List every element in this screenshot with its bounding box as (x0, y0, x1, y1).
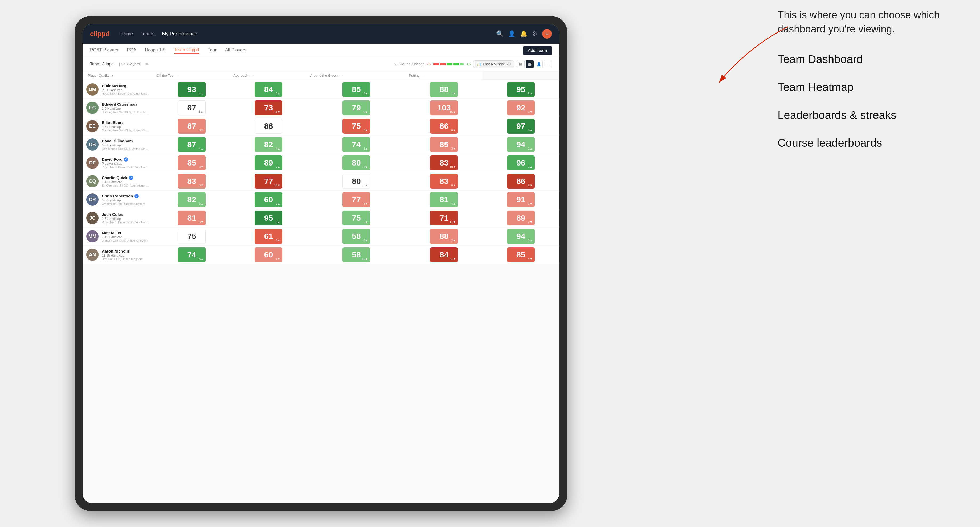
view-icons: ⊞ ▦ 👤 ↓ (517, 60, 552, 68)
player-cell-4[interactable]: DFDavid Ford✓Plus HandicapRoyal North De… (83, 154, 153, 172)
player-avatar: JC (86, 212, 99, 224)
score-change: 3▲ (363, 165, 368, 168)
table-row: MMMatt Miller6-10 HandicapWoburn Golf Cl… (83, 227, 559, 246)
card-view-button[interactable]: 👤 (535, 60, 543, 68)
score-off-tee: 846▲ (230, 80, 307, 99)
table-row: ECEdward Crossman1-5 HandicapSunningdale… (83, 99, 559, 117)
table-view-button[interactable]: ▦ (526, 60, 534, 68)
score-change: 3▲ (199, 202, 204, 205)
subnav-all-players[interactable]: All Players (225, 48, 247, 54)
subnav-tour[interactable]: Tour (208, 48, 216, 54)
score-change: 8▲ (363, 92, 368, 95)
score-off-tee: 613▼ (230, 227, 307, 246)
score-player-quality: 748▲ (153, 246, 230, 264)
score-change: 1▲ (363, 183, 368, 187)
score-value: 74 (352, 141, 361, 149)
score-change: 11▼ (274, 110, 280, 113)
score-value: 58 (352, 251, 361, 259)
score-change: 15▲ (450, 110, 456, 113)
subnav-pga[interactable]: PGA (127, 48, 136, 54)
score-change: 3▲ (528, 165, 533, 168)
score-value: 85 (440, 141, 449, 149)
score-value: 60 (264, 195, 273, 204)
table-row: JCJosh Coles1-5 HandicapRoyal North Devo… (83, 209, 559, 227)
table-row: CRChris Robertson✓1-5 HandicapCraigmilla… (83, 190, 559, 209)
score-value: 92 (516, 104, 525, 112)
score-around-green: 866▼ (406, 117, 482, 135)
score-value: 80 (352, 177, 361, 185)
player-cell-7[interactable]: JCJosh Coles1-5 HandicapRoyal North Devo… (83, 209, 153, 227)
score-change: 1▲ (199, 110, 203, 113)
player-avatar: EE (86, 120, 99, 132)
score-off-tee: 602▲ (230, 190, 307, 209)
verified-badge: ✓ (135, 194, 139, 198)
score-value: 87 (187, 104, 196, 112)
bar-light-green (460, 63, 464, 65)
bar-red2 (440, 63, 446, 65)
score-change: 8▼ (528, 184, 533, 187)
player-handicap: Plus Handicap (102, 162, 150, 165)
team-bar: Team Clippd | 14 Players ✏ 20 Round Chan… (83, 57, 559, 71)
last-rounds-button[interactable]: 📊 Last Rounds: 20 (473, 60, 514, 68)
score-change: 2▼ (451, 239, 456, 242)
score-change: 3▼ (528, 202, 533, 205)
nav-teams[interactable]: Teams (141, 30, 155, 38)
score-off-tee: 824▲ (230, 135, 307, 154)
player-cell-9[interactable]: ANAaron Nicholls11-15 HandicapDrift Golf… (83, 246, 153, 264)
player-handicap: 11-15 Handicap (102, 254, 150, 257)
player-cell-0[interactable]: BMBlair McHargPlus HandicapRoyal North D… (83, 80, 153, 99)
score-value: 96 (516, 159, 525, 167)
player-cell-8[interactable]: MMMatt Miller6-10 HandicapWoburn Golf Cl… (83, 227, 153, 246)
edit-icon[interactable]: ✏ (145, 62, 149, 67)
annotation-intro: This is where you can choose which dashb… (778, 8, 964, 36)
player-club: Craigmillar Park, United Kingdom (102, 202, 150, 205)
player-cell-1[interactable]: ECEdward Crossman1-5 HandicapSunningdale… (83, 99, 153, 117)
score-player-quality: 75 (153, 227, 230, 246)
player-handicap: 1-5 Handicap (102, 125, 150, 129)
score-value: 84 (264, 86, 273, 94)
player-club: Royal North Devon Golf Club, United King… (102, 92, 150, 95)
nav-right: 🔍 👤 🔔 ⚙ U (496, 29, 552, 39)
table-row: BMBlair McHargPlus HandicapRoyal North D… (83, 80, 559, 99)
nav-my-performance[interactable]: My Performance (162, 30, 197, 38)
score-value: 61 (264, 232, 273, 240)
score-around-green: 7111▼ (406, 209, 482, 227)
annotation-item-2: Team Heatmap (778, 80, 964, 95)
round-change-section: 20 Round Change -5 +5 📊 Last Rounds: 20 … (395, 60, 552, 68)
score-value: 97 (516, 122, 525, 130)
score-approach: 584▲ (307, 227, 406, 246)
player-cell-3[interactable]: DBDave Billingham1-5 HandicapGog Magog G… (83, 135, 153, 154)
table-header: Player Quality ▼ Off the Tee — Approach … (83, 71, 559, 80)
data-table: Player Quality ▼ Off the Tee — Approach … (83, 71, 559, 264)
player-club: Gog Magog Golf Club, United Kingdom (102, 147, 150, 151)
player-name: Blair McHarg (102, 84, 150, 88)
score-player-quality: 934▲ (153, 80, 230, 99)
annotation-area: This is where you can choose which dashb… (778, 8, 964, 163)
player-avatar: BM (86, 83, 99, 95)
search-icon[interactable]: 🔍 (496, 30, 503, 37)
player-cell-5[interactable]: CQCharlie Quick✓6-10 HandicapSt. George'… (83, 172, 153, 190)
table-row: ANAaron Nicholls11-15 HandicapDrift Golf… (83, 246, 559, 264)
score-around-green: 8421▼ (406, 246, 482, 264)
score-putting: 854▼ (482, 246, 559, 264)
settings-icon[interactable]: ⚙ (532, 30, 538, 37)
player-cell-6[interactable]: CRChris Robertson✓1-5 HandicapCraigmilla… (83, 190, 153, 209)
score-value: 87 (187, 141, 196, 149)
add-team-button[interactable]: Add Team (523, 46, 552, 55)
score-change: 5▲ (528, 129, 533, 132)
score-player-quality: 833▼ (153, 172, 230, 190)
avatar[interactable]: U (542, 29, 552, 39)
player-cell-2[interactable]: EEElliot Ebert1-5 HandicapSunningdale Go… (83, 117, 153, 135)
subnav-pgat[interactable]: PGAT Players (90, 48, 118, 54)
user-icon[interactable]: 👤 (508, 30, 515, 37)
bell-icon[interactable]: 🔔 (520, 30, 527, 37)
nav-home[interactable]: Home (120, 30, 133, 38)
table-row: CQCharlie Quick✓6-10 HandicapSt. George'… (83, 172, 559, 190)
grid-view-button[interactable]: ⊞ (517, 60, 525, 68)
subnav-hcaps[interactable]: Hcaps 1-5 (145, 48, 165, 54)
download-button[interactable]: ↓ (544, 60, 552, 68)
th-around-green: Around the Green — (307, 71, 406, 80)
subnav-team-clippd[interactable]: Team Clippd (174, 47, 199, 54)
score-around-green: 8310▼ (406, 154, 482, 172)
score-value: 83 (440, 177, 449, 185)
